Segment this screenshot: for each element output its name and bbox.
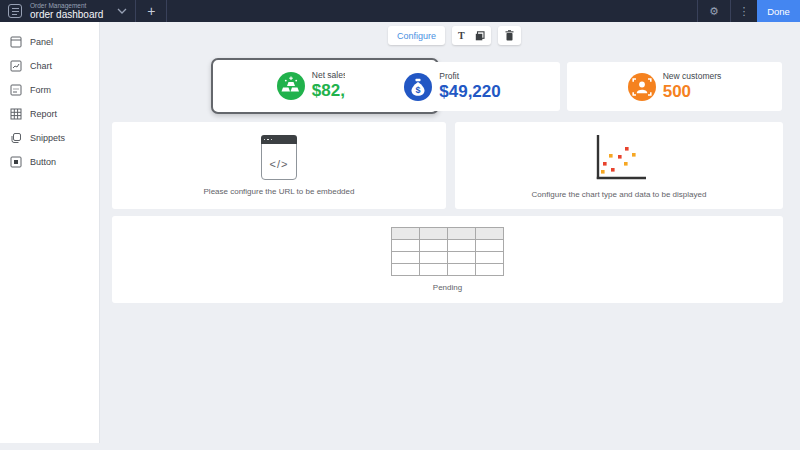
sidebar-item-label: Snippets: [30, 133, 65, 143]
chart-placeholder-message: Configure the chart type and data to be …: [532, 190, 707, 199]
kpi-value: 500: [663, 82, 722, 102]
chevron-down-icon[interactable]: [117, 8, 127, 14]
gold-ingots-icon: [277, 72, 305, 100]
panel-icon: [10, 36, 22, 48]
app-subtitle: Order Management: [30, 2, 103, 9]
sidebar-item-report[interactable]: Report: [0, 102, 99, 126]
kpi-label: Profit: [439, 72, 500, 82]
report-icon: [10, 108, 22, 120]
scatter-chart-icon: [590, 133, 648, 183]
done-button[interactable]: Done: [757, 0, 800, 22]
page-title: order dashboard: [30, 9, 103, 21]
trash-icon: [505, 30, 514, 41]
table-status-caption: Pending: [433, 283, 462, 292]
dashboard-canvas: Configure T Net: [100, 22, 800, 450]
kpi-value: $49,220: [439, 82, 500, 102]
app-title-block[interactable]: Order Management order dashboard: [30, 2, 103, 21]
app-logo-icon: [8, 4, 22, 18]
snippets-icon: [10, 132, 22, 144]
sidebar-item-panel[interactable]: Panel: [0, 30, 99, 54]
text-tool-button[interactable]: T: [458, 30, 465, 41]
duplicate-icon[interactable]: [475, 31, 485, 41]
chart-widget-panel[interactable]: Configure the chart type and data to be …: [455, 122, 783, 209]
delete-widget-button[interactable]: [498, 26, 521, 45]
sidebar-item-snippets[interactable]: Snippets: [0, 126, 99, 150]
top-bar: Order Management order dashboard + ⚙ ⋮ D…: [0, 0, 800, 22]
embed-widget-panel[interactable]: </> Please configure the URL to be embed…: [112, 122, 446, 209]
sidebar-item-label: Chart: [30, 61, 52, 71]
sidebar-item-form[interactable]: Form: [0, 78, 99, 102]
embed-placeholder-message: Please configure the URL to be embedded: [204, 187, 355, 196]
sidebar-item-label: Button: [30, 157, 56, 167]
sidebar-item-label: Report: [30, 109, 57, 119]
kebab-menu-icon[interactable]: ⋮: [731, 0, 757, 22]
scatter-dots: [601, 147, 636, 174]
table-widget-panel[interactable]: Pending: [112, 216, 783, 303]
widget-toolbar: Configure T: [388, 26, 521, 45]
button-icon: [10, 156, 22, 168]
form-icon: [10, 84, 22, 96]
kpi-card-profit[interactable]: $ Profit $49,220: [345, 62, 560, 111]
pending-table-icon: [391, 227, 504, 276]
sidebar-item-button[interactable]: Button: [0, 150, 99, 174]
add-widget-button[interactable]: +: [136, 0, 166, 22]
sidebar-item-label: Panel: [30, 37, 53, 47]
chart-icon: [10, 60, 22, 72]
configure-button[interactable]: Configure: [388, 26, 445, 45]
embed-browser-icon: </>: [261, 136, 297, 180]
code-glyph: </>: [262, 150, 296, 179]
sidebar-item-label: Form: [30, 85, 51, 95]
person-focus-icon: [628, 73, 656, 101]
kpi-label: New customers: [663, 72, 722, 82]
money-bag-icon: $: [404, 73, 432, 101]
sidebar-item-chart[interactable]: Chart: [0, 54, 99, 78]
gear-icon[interactable]: ⚙: [698, 0, 730, 22]
kpi-card-new-customers[interactable]: New customers 500: [567, 62, 782, 111]
widget-sidebar: Panel Chart Form Report Snippets Button: [0, 22, 100, 443]
svg-text:$: $: [416, 84, 421, 94]
